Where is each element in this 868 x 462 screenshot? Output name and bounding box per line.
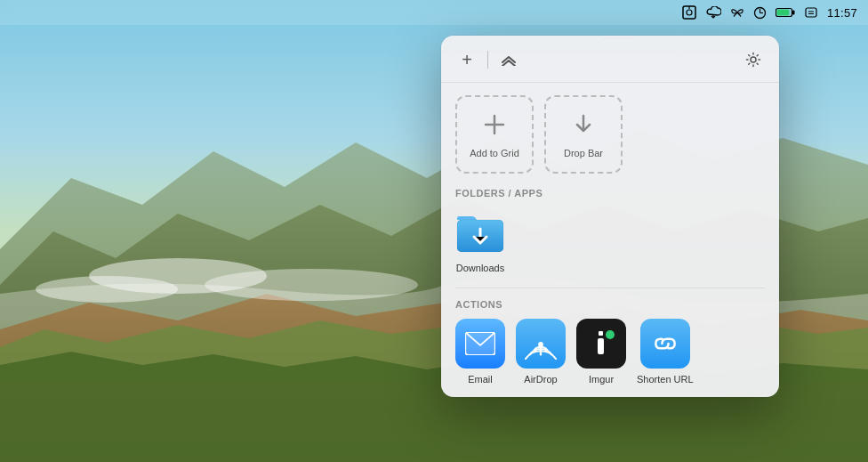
email-icon xyxy=(455,319,505,369)
popup-panel: + xyxy=(441,36,779,397)
popup-header-left: + xyxy=(455,48,520,71)
svg-point-5 xyxy=(687,10,692,15)
menubar: 11:57 xyxy=(0,0,868,25)
svg-rect-29 xyxy=(599,331,603,336)
menubar-time: 11:57 xyxy=(827,6,857,20)
svg-point-3 xyxy=(36,276,178,303)
imgur-icon xyxy=(576,319,626,369)
imgur-label: Imgur xyxy=(589,374,614,385)
wifi-icon[interactable] xyxy=(804,6,818,19)
menubar-icons xyxy=(682,5,818,20)
header-divider xyxy=(487,51,488,69)
add-to-grid-label: Add to Grid xyxy=(470,148,519,158)
downloads-folder-icon xyxy=(455,207,505,257)
add-to-grid-button[interactable]: Add to Grid xyxy=(455,95,534,174)
settings-button[interactable] xyxy=(742,48,765,71)
folders-apps-section: FOLDERS / APPS xyxy=(455,188,765,273)
svg-rect-14 xyxy=(806,8,816,17)
svg-point-28 xyxy=(606,330,615,339)
shorten-url-icon xyxy=(640,319,690,369)
airdrop-action-item[interactable]: AirDrop xyxy=(516,319,566,385)
add-to-grid-icon xyxy=(481,111,508,144)
svg-point-2 xyxy=(205,269,418,301)
add-drop-row: Add to Grid Drop Bar xyxy=(455,95,765,174)
collapse-button[interactable] xyxy=(497,48,520,71)
actions-section-label: ACTIONS xyxy=(455,299,765,310)
drop-bar-icon xyxy=(570,111,597,144)
email-label: Email xyxy=(468,374,493,385)
timer-icon[interactable] xyxy=(753,6,767,20)
butterfly-icon[interactable] xyxy=(730,6,744,19)
shorten-url-action-item[interactable]: Shorten URL xyxy=(637,319,694,385)
drop-bar-button[interactable]: Drop Bar xyxy=(544,95,623,174)
airdrop-label: AirDrop xyxy=(524,374,557,385)
svg-rect-30 xyxy=(598,338,604,354)
folders-apps-section-label: FOLDERS / APPS xyxy=(455,188,765,199)
shorten-url-label: Shorten URL xyxy=(637,374,694,385)
svg-rect-13 xyxy=(776,10,789,16)
svg-rect-12 xyxy=(792,11,795,15)
svg-point-17 xyxy=(751,57,756,62)
folders-apps-row: Downloads xyxy=(455,207,765,273)
battery-icon[interactable] xyxy=(776,7,795,18)
screen-record-icon[interactable] xyxy=(682,5,696,20)
imgur-action-item[interactable]: Imgur xyxy=(576,319,626,385)
popup-body: Add to Grid Drop Bar FOLDERS / APPS xyxy=(441,83,779,397)
airdrop-icon xyxy=(516,319,566,369)
downloads-app-item[interactable]: Downloads xyxy=(455,207,505,273)
actions-section: ACTIONS Email xyxy=(455,288,765,385)
email-action-item[interactable]: Email xyxy=(455,319,505,385)
actions-row: Email Air xyxy=(455,319,765,385)
cloud-icon[interactable] xyxy=(705,6,721,19)
downloads-label: Downloads xyxy=(456,263,504,273)
add-button[interactable]: + xyxy=(455,48,478,71)
drop-bar-label: Drop Bar xyxy=(564,148,603,158)
popup-header: + xyxy=(441,36,779,83)
